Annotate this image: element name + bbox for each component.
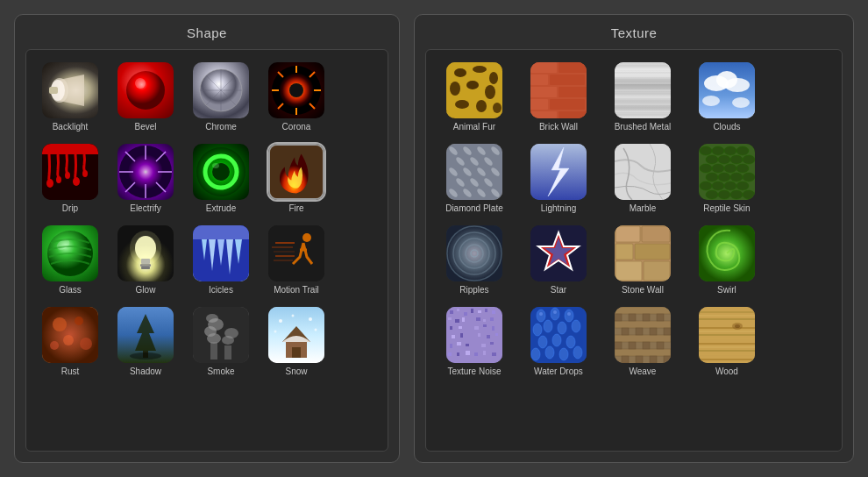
svg-point-76 xyxy=(130,352,161,360)
svg-point-165 xyxy=(718,155,730,164)
svg-rect-229 xyxy=(457,342,461,345)
svg-rect-271 xyxy=(615,342,622,349)
svg-rect-218 xyxy=(467,324,470,329)
shape-item-snow[interactable]: Snow xyxy=(265,303,328,380)
texture-item-ripples[interactable]: Ripples xyxy=(443,222,506,298)
bevel-icon xyxy=(117,62,174,118)
shape-item-backlight[interactable]: Backlight xyxy=(39,59,102,135)
texture-grid: Animal Fur xyxy=(435,59,833,380)
electrify-label: Electrify xyxy=(130,203,161,213)
texture-item-brick-wall[interactable]: Brick Wall xyxy=(527,59,590,135)
svg-point-28 xyxy=(73,177,80,186)
svg-point-70 xyxy=(63,335,74,345)
svg-point-25 xyxy=(46,179,53,188)
star-label: Star xyxy=(551,285,566,295)
texture-item-clouds[interactable]: Clouds xyxy=(695,59,758,135)
texture-item-animal-fur[interactable]: Animal Fur xyxy=(443,59,506,135)
snow-label: Snow xyxy=(285,367,307,376)
glass-label: Glass xyxy=(59,285,82,295)
svg-point-253 xyxy=(559,348,568,360)
svg-point-244 xyxy=(533,324,542,336)
shape-item-drip[interactable]: Drip xyxy=(39,140,102,217)
wood-label: Wood xyxy=(715,367,738,376)
svg-rect-108 xyxy=(530,75,548,85)
ripples-label: Ripples xyxy=(459,285,488,295)
svg-point-249 xyxy=(552,334,561,346)
glow-icon xyxy=(117,225,174,281)
shape-item-extrude[interactable]: Extrude xyxy=(189,140,253,217)
svg-rect-77 xyxy=(193,307,249,363)
svg-rect-110 xyxy=(530,87,557,97)
svg-point-136 xyxy=(702,96,720,106)
svg-rect-264 xyxy=(629,314,636,321)
electrify-icon xyxy=(117,144,174,200)
svg-point-171 xyxy=(736,164,749,173)
svg-rect-195 xyxy=(642,226,670,242)
shape-item-shadow[interactable]: Shadow xyxy=(114,303,177,380)
weave-label: Weave xyxy=(629,367,656,376)
svg-point-175 xyxy=(743,173,755,182)
icicles-icon xyxy=(193,225,249,281)
shape-item-glass[interactable]: Glass xyxy=(39,222,102,298)
extrude-icon xyxy=(193,144,249,200)
svg-point-294 xyxy=(735,324,740,328)
texture-item-stone-wall[interactable]: Stone Wall xyxy=(611,222,674,298)
svg-rect-212 xyxy=(469,319,473,322)
svg-point-91 xyxy=(292,315,295,317)
svg-rect-235 xyxy=(457,352,459,356)
svg-rect-278 xyxy=(664,356,671,363)
rust-icon xyxy=(42,307,98,363)
shape-item-bevel[interactable]: Bevel xyxy=(114,59,177,135)
chrome-label: Chrome xyxy=(205,122,237,132)
shape-item-rust[interactable]: Rust xyxy=(39,303,102,380)
shape-item-chrome[interactable]: Chrome xyxy=(189,59,253,135)
svg-point-166 xyxy=(730,155,743,164)
shape-item-fire[interactable]: Fire xyxy=(265,140,328,217)
texture-item-texture-noise[interactable]: Texture Noise xyxy=(443,303,506,380)
svg-rect-224 xyxy=(469,335,473,338)
texture-item-diamond-plate[interactable]: Diamond Plate xyxy=(442,140,507,217)
svg-rect-232 xyxy=(481,344,486,347)
texture-item-water-drops[interactable]: Water Drops xyxy=(527,303,590,380)
shape-item-corona[interactable]: Corona xyxy=(265,59,328,135)
shape-item-electrify[interactable]: Electrify xyxy=(114,140,177,217)
smoke-label: Smoke xyxy=(207,367,234,376)
svg-point-169 xyxy=(712,164,724,173)
reptile-skin-label: Reptile Skin xyxy=(703,203,750,213)
shape-item-glow[interactable]: Glow xyxy=(114,222,177,298)
svg-rect-202 xyxy=(450,310,453,314)
shape-item-icicles[interactable]: Icicles xyxy=(189,222,253,298)
reptile-skin-icon xyxy=(699,144,755,200)
svg-rect-213 xyxy=(476,317,480,321)
svg-rect-277 xyxy=(650,356,657,363)
svg-rect-270 xyxy=(664,328,671,335)
texture-panel: Texture xyxy=(414,14,854,463)
svg-rect-214 xyxy=(483,319,486,322)
main-container: Shape Backlight xyxy=(0,0,868,477)
svg-point-103 xyxy=(476,100,487,112)
svg-rect-204 xyxy=(464,312,467,316)
svg-rect-220 xyxy=(483,324,487,327)
texture-item-wood[interactable]: Wood xyxy=(695,303,758,380)
svg-rect-274 xyxy=(657,342,664,349)
svg-point-68 xyxy=(53,317,67,331)
shape-item-smoke[interactable]: Smoke xyxy=(189,303,253,380)
marble-icon xyxy=(615,144,671,200)
texture-noise-label: Texture Noise xyxy=(447,367,501,376)
texture-item-lightning[interactable]: Lightning xyxy=(527,140,590,217)
wood-icon xyxy=(699,307,755,363)
texture-item-weave[interactable]: Weave xyxy=(611,303,674,380)
texture-item-brushed-metal[interactable]: Brushed Metal xyxy=(611,59,674,135)
shape-item-motion-trail[interactable]: Motion Trail xyxy=(265,222,328,298)
texture-item-swirl[interactable]: Swirl xyxy=(695,222,758,298)
svg-rect-109 xyxy=(550,75,585,85)
texture-item-marble[interactable]: Marble xyxy=(611,140,674,217)
shape-panel-title: Shape xyxy=(187,25,227,40)
svg-point-176 xyxy=(700,182,712,190)
texture-item-star[interactable]: Star xyxy=(527,222,590,298)
svg-rect-111 xyxy=(559,87,587,97)
svg-point-251 xyxy=(531,348,540,360)
svg-point-162 xyxy=(724,146,736,155)
texture-item-reptile-skin[interactable]: Reptile Skin xyxy=(695,140,758,217)
svg-point-52 xyxy=(130,231,161,266)
